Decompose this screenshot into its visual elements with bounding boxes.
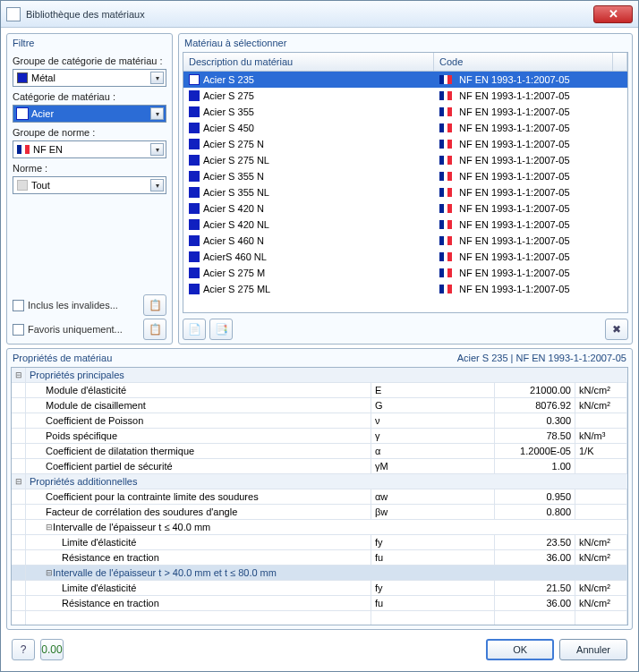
favorites-only-checkbox[interactable]: Favoris uniquement... (13, 324, 140, 336)
list-body[interactable]: Acier S 235NF EN 1993-1-1:2007-05Acier S… (183, 72, 627, 312)
material-swatch-icon (189, 268, 200, 278)
prop-value[interactable]: 0.800 (495, 505, 575, 519)
material-swatch-icon (189, 139, 200, 149)
table-row[interactable]: Acier S 235NF EN 1993-1-1:2007-05 (183, 72, 627, 88)
prop-value[interactable]: 0.950 (495, 489, 575, 504)
prop-value[interactable]: 36.00 (495, 550, 575, 565)
material-code: NF EN 1993-1-1:2007-05 (459, 268, 570, 278)
material-code: NF EN 1993-1-1:2007-05 (459, 251, 570, 262)
prop-symbol: ν (371, 413, 495, 428)
table-row[interactable]: Acier S 420 NNF EN 1993-1-1:2007-05 (183, 200, 627, 217)
chevron-down-icon[interactable]: ▾ (150, 72, 164, 84)
prop-value[interactable]: 0.300 (495, 413, 575, 428)
prop-name: Module d'élasticité (26, 383, 371, 397)
material-code: NF EN 1993-1-1:2007-05 (459, 90, 570, 101)
prop-symbol: fu (371, 596, 495, 610)
material-desc: Acier S 355 N (203, 171, 264, 182)
category-value: Acier (31, 108, 54, 119)
prop-value[interactable]: 8076.92 (495, 398, 575, 413)
material-desc: Acier S 460 N (203, 235, 264, 246)
group-category-combo[interactable]: Métal ▾ (13, 69, 166, 87)
filter-action-button-1[interactable]: 📋 (143, 294, 166, 316)
include-invalid-checkbox[interactable]: Inclus les invalides... (13, 300, 140, 311)
list-header: Description du matériau Code (183, 53, 627, 72)
material-swatch-icon (189, 219, 200, 230)
subsection-label: ⊟ Intervalle de l'épaisseur t > 40.0 mm … (26, 566, 627, 580)
prop-value[interactable]: 1.2000E-05 (495, 444, 575, 458)
properties-context: Acier S 235 | NF EN 1993-1-1:2007-05 (457, 353, 626, 363)
norm-group-label: Groupe de norme : (13, 125, 166, 138)
properties-panel: Propriétés de matériau Acier S 235 | NF … (6, 348, 633, 630)
ok-button[interactable]: OK (486, 639, 554, 660)
material-code: NF EN 1993-1-1:2007-05 (459, 155, 570, 166)
table-row[interactable]: Acier S 275 MLNF EN 1993-1-1:2007-05 (183, 281, 627, 297)
material-code: NF EN 1993-1-1:2007-05 (459, 284, 570, 294)
steel-swatch-icon (17, 108, 28, 119)
table-row[interactable]: Acier S 450NF EN 1993-1-1:2007-05 (183, 120, 627, 136)
material-desc: AcierS 460 NL (203, 251, 267, 262)
france-flag-icon (439, 75, 452, 84)
material-library-window: Bibliothèque des matériaux ✕ Filtre Grou… (0, 0, 639, 672)
col-description[interactable]: Description du matériau (183, 53, 434, 71)
category-combo[interactable]: Acier ▾ (13, 105, 166, 123)
prop-value[interactable]: 78.50 (495, 429, 575, 443)
table-row[interactable]: Acier S 275 NLNF EN 1993-1-1:2007-05 (183, 152, 627, 168)
prop-value[interactable]: 36.00 (495, 596, 575, 610)
group-category-label: Groupe de catégorie de matériau : (13, 54, 166, 66)
section-label: Propriétés principales (26, 368, 627, 382)
app-icon (6, 7, 21, 21)
chevron-down-icon[interactable]: ▾ (150, 143, 164, 156)
france-flag-icon (439, 172, 452, 181)
units-button[interactable]: 0.00 (40, 639, 64, 660)
norm-group-combo[interactable]: NF EN ▾ (13, 140, 166, 158)
checkbox-icon (13, 300, 24, 311)
table-row[interactable]: AcierS 460 NLNF EN 1993-1-1:2007-05 (183, 249, 627, 265)
material-code: NF EN 1993-1-1:2007-05 (459, 235, 570, 246)
table-row[interactable]: Acier S 275 NNF EN 1993-1-1:2007-05 (183, 136, 627, 152)
table-row[interactable]: Acier S 275NF EN 1993-1-1:2007-05 (183, 88, 627, 104)
table-row[interactable]: Acier S 420 NLNF EN 1993-1-1:2007-05 (183, 217, 627, 233)
france-flag-icon (439, 123, 452, 132)
material-desc: Acier S 235 (203, 74, 254, 85)
france-flag-icon (439, 220, 452, 229)
table-row[interactable]: Acier S 355 NLNF EN 1993-1-1:2007-05 (183, 184, 627, 200)
prop-value[interactable]: 23.50 (495, 535, 575, 549)
prop-unit: kN/cm² (575, 550, 627, 565)
table-row[interactable]: Acier S 355NF EN 1993-1-1:2007-05 (183, 104, 627, 120)
prop-value[interactable]: 1.00 (495, 459, 575, 473)
prop-symbol: fy (371, 581, 495, 595)
filter-panel: Filtre Groupe de catégorie de matériau :… (6, 33, 173, 345)
collapse-icon[interactable]: ⊟ (12, 368, 26, 382)
material-code: NF EN 1993-1-1:2007-05 (459, 187, 570, 198)
prop-unit (575, 413, 627, 428)
material-swatch-icon (189, 284, 200, 294)
new-button[interactable]: 📄 (183, 319, 206, 340)
prop-name: Coefficient de Poisson (26, 413, 371, 428)
filter-action-button-2[interactable]: 📋 (143, 319, 166, 340)
prop-value[interactable]: 21.50 (495, 581, 575, 595)
material-list-panel: Matériau à sélectionner Description du m… (178, 33, 633, 345)
close-button[interactable]: ✕ (593, 5, 633, 23)
col-code[interactable]: Code (434, 53, 613, 71)
prop-symbol: αw (371, 489, 495, 504)
table-row[interactable]: Acier S 355 NNF EN 1993-1-1:2007-05 (183, 168, 627, 184)
prop-unit (575, 459, 627, 473)
chevron-down-icon[interactable]: ▾ (150, 179, 164, 191)
prop-unit: kN/cm² (575, 383, 627, 397)
help-button[interactable]: ? (12, 639, 35, 660)
cancel-button[interactable]: Annuler (559, 639, 627, 660)
duplicate-button[interactable]: 📑 (209, 319, 233, 340)
norm-combo[interactable]: Tout ▾ (13, 176, 166, 194)
france-flag-icon (439, 188, 452, 197)
france-flag-icon (439, 107, 452, 116)
chevron-down-icon[interactable]: ▾ (150, 107, 164, 120)
prop-value[interactable]: 21000.00 (495, 383, 575, 397)
delete-button[interactable]: ✖ (605, 319, 628, 340)
table-row[interactable]: Acier S 275 MNF EN 1993-1-1:2007-05 (183, 265, 627, 281)
collapse-icon[interactable]: ⊟ (12, 474, 26, 489)
table-row[interactable]: Acier S 460 NNF EN 1993-1-1:2007-05 (183, 233, 627, 249)
all-swatch-icon (17, 180, 28, 191)
window-title: Bibliothèque des matériaux (26, 9, 593, 20)
france-flag-icon (439, 156, 452, 165)
material-list: Description du matériau Code Acier S 235… (183, 52, 628, 313)
